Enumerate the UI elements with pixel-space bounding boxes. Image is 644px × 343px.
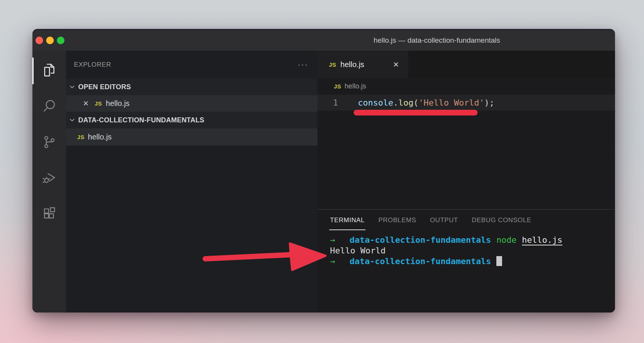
editor-group: JS hello.js ✕ JS hello.js 1 console . lo…: [317, 51, 615, 313]
code-token: (: [414, 98, 419, 107]
js-file-icon: JS: [77, 134, 84, 140]
code-token: ;: [489, 98, 494, 107]
activity-item-run-debug[interactable]: [32, 160, 66, 196]
terminal-line: → data-collection-fundamentals: [330, 256, 615, 266]
sidebar-explorer: EXPLORER ··· OPEN EDITORS ✕ JS hello.js …: [66, 51, 317, 313]
file-label: hello.js: [106, 99, 129, 108]
code-token: log: [398, 98, 414, 107]
code-token: ): [484, 98, 489, 107]
terminal-cwd: data-collection-fundamentals: [349, 235, 491, 245]
prompt-arrow: →: [330, 256, 335, 266]
source-control-icon: [41, 134, 57, 151]
terminal[interactable]: → data-collection-fundamentals node hell…: [317, 230, 615, 266]
breadcrumb-label: hello.js: [345, 82, 366, 90]
activity-item-source-control[interactable]: [32, 125, 66, 160]
js-file-icon: JS: [329, 61, 336, 68]
code-token: 'Hello World': [419, 98, 484, 107]
code-line: 1 console . log ( 'Hello World' ) ;: [317, 95, 615, 111]
close-window-button[interactable]: [35, 37, 43, 44]
tree-item-hello-js[interactable]: JS hello.js: [66, 128, 317, 146]
open-editor-item-hello-js[interactable]: ✕ JS hello.js: [66, 95, 317, 112]
titlebar: hello.js — data-collection-fundamentals: [32, 30, 615, 51]
panel-tab-problems[interactable]: PROBLEMS: [378, 216, 416, 230]
section-folder[interactable]: DATA-COLLECTION-FUNDAMENTALS: [66, 112, 317, 128]
panel-tab-terminal[interactable]: TERMINAL: [330, 216, 365, 230]
activity-bar: [32, 51, 66, 313]
activity-item-extensions[interactable]: [32, 196, 66, 232]
code-editor[interactable]: 1 console . log ( 'Hello World' ) ;: [317, 95, 615, 209]
tab-label: hello.js: [340, 60, 364, 69]
terminal-command: node: [496, 235, 517, 245]
search-icon: [41, 98, 57, 115]
chevron-down-icon: [69, 117, 76, 123]
tab-hello-js[interactable]: JS hello.js ✕: [317, 51, 408, 78]
extensions-icon: [41, 205, 57, 223]
panel-tabs: TERMINAL PROBLEMS OUTPUT DEBUG CONSOLE: [317, 210, 615, 230]
code-token: .: [393, 98, 398, 107]
explorer-header: EXPLORER ···: [66, 51, 317, 79]
activity-item-search[interactable]: [32, 89, 66, 125]
window-title: hello.js — data-collection-fundamentals: [334, 36, 540, 45]
js-file-icon: JS: [334, 83, 341, 90]
code-token: console: [358, 98, 393, 107]
tab-close-icon[interactable]: ✕: [393, 60, 399, 69]
editor-tabbar: JS hello.js ✕: [317, 51, 615, 78]
section-open-editors[interactable]: OPEN EDITORS: [66, 79, 317, 95]
panel-tab-output[interactable]: OUTPUT: [430, 216, 458, 230]
close-editor-icon[interactable]: ✕: [82, 99, 90, 108]
traffic-lights: [32, 37, 64, 44]
breadcrumb[interactable]: JS hello.js: [317, 78, 615, 95]
zoom-window-button[interactable]: [57, 37, 64, 44]
ellipsis-more-actions-icon[interactable]: ···: [298, 60, 308, 70]
terminal-file-link[interactable]: hello.js: [522, 235, 562, 245]
section-label: OPEN EDITORS: [78, 83, 131, 91]
run-debug-icon: [41, 170, 57, 187]
explorer-title: EXPLORER: [74, 61, 111, 69]
vscode-window: hello.js — data-collection-fundamentals: [32, 29, 615, 313]
panel-tab-debug-console[interactable]: DEBUG CONSOLE: [472, 216, 531, 230]
annotation-red-underline: [354, 110, 478, 115]
file-label: hello.js: [88, 133, 111, 141]
files-icon: [41, 62, 57, 80]
minimize-window-button[interactable]: [46, 37, 54, 44]
terminal-output-line: Hello World: [330, 245, 615, 256]
section-label: DATA-COLLECTION-FUNDAMENTALS: [78, 116, 204, 124]
js-file-icon: JS: [95, 100, 102, 107]
prompt-arrow: →: [330, 235, 335, 245]
terminal-cwd: data-collection-fundamentals: [349, 256, 491, 266]
activity-item-explorer[interactable]: [32, 53, 66, 89]
terminal-cursor: [496, 256, 502, 266]
terminal-line: → data-collection-fundamentals node hell…: [330, 234, 615, 245]
chevron-down-icon: [69, 83, 76, 90]
line-number: 1: [317, 98, 358, 107]
bottom-panel: TERMINAL PROBLEMS OUTPUT DEBUG CONSOLE →…: [317, 209, 615, 313]
